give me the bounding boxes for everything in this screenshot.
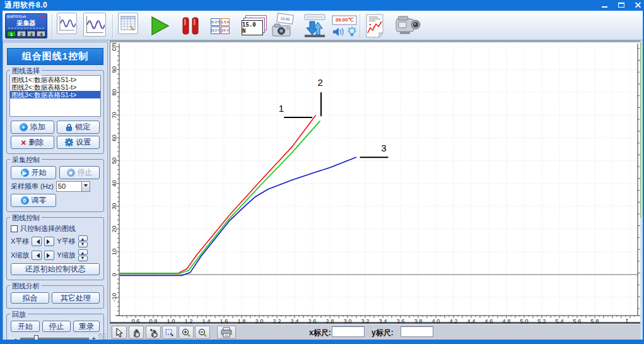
chart-toolbar: x标尺: y标尺: — [110, 324, 640, 340]
hand-icon — [131, 328, 141, 338]
window-bottom-border — [1, 340, 644, 344]
y-tick-label: -10 — [111, 293, 118, 302]
playback-stop-button[interactable]: 停止 — [42, 321, 71, 332]
acquisition-group: 采集控制 ▶ 开始 ■ 停止 采样频率 (Hz) 50 — [6, 159, 104, 212]
line-select-item[interactable]: 图线3<:数据表格S1-t> — [10, 91, 100, 98]
y-ruler-input[interactable] — [401, 326, 433, 337]
y-pan-down-button[interactable] — [78, 242, 88, 247]
only-selected-label: 只控制选择的图线 — [20, 224, 76, 234]
rect-zoom-tool-button[interactable] — [162, 326, 177, 339]
video-button[interactable] — [392, 13, 421, 39]
line-control-label: 图线控制 — [10, 213, 42, 223]
minimize-button[interactable] — [600, 1, 610, 9]
fit-button[interactable]: 拟合 — [11, 292, 49, 304]
line-select-item[interactable]: 图线2<:数据表格S1-t> — [10, 83, 100, 91]
start-acquisition-button[interactable] — [148, 13, 172, 39]
rect-select-icon — [165, 328, 175, 338]
annotation-label-2: 2 — [317, 77, 322, 88]
data-table-button[interactable] — [118, 13, 138, 34]
playback-start-button[interactable]: 开始 — [11, 321, 40, 332]
stop-circle-icon: ■ — [67, 169, 75, 177]
gear-icon — [65, 138, 73, 146]
delete-line-button[interactable]: × 删除 — [11, 136, 54, 149]
sample-rate-select[interactable]: 50 — [56, 181, 90, 192]
combined-chart[interactable]: 0.60.81.01.21.41.61.82.02.22.42.62.83.03… — [110, 42, 644, 322]
x-zoom-label: X缩放 — [11, 251, 29, 260]
y-zoom-label: Y缩放 — [57, 251, 75, 260]
display-output-button[interactable]: 39.00℃ — [331, 13, 358, 39]
collector-device-icon: 朗威®DISLab 采集器 1234 — [5, 13, 47, 39]
y-tick-label: 30 — [111, 203, 118, 210]
curve-2 — [120, 121, 320, 273]
y-pan-up-button[interactable] — [78, 235, 88, 241]
maximize-button[interactable] — [616, 1, 626, 9]
chart-panel: 0.60.81.01.21.41.61.82.02.22.42.62.83.03… — [110, 40, 640, 324]
io-control-button[interactable] — [302, 13, 327, 39]
meters-button[interactable]: 26.0℃ 1.5 A 15.0 N 26 V — [211, 13, 230, 39]
close-button[interactable] — [633, 1, 643, 9]
toolbar-separator — [52, 15, 54, 37]
collector-button[interactable]: 朗威®DISLab 采集器 1234 — [5, 13, 47, 39]
sample-rate-label: 采样频率 (Hz) — [11, 182, 54, 191]
lock-line-button[interactable]: 锁定 — [57, 121, 100, 134]
y-pan-label: Y平移 — [57, 237, 75, 246]
right-border-strip — [640, 42, 644, 218]
line-settings-button[interactable]: 设置 — [57, 136, 100, 149]
snapshot-value: 19.00 — [276, 13, 294, 24]
print-button[interactable] — [217, 326, 236, 339]
meter-current-value: 1.5 A — [221, 18, 230, 26]
move-tool-button[interactable] — [146, 326, 161, 339]
snapshot-button[interactable]: 19.00 — [271, 13, 298, 39]
y-tick-label: 10 — [111, 249, 118, 256]
y-tick-label: 50 — [111, 157, 118, 164]
meter-voltage-value: 26 V — [221, 27, 230, 34]
other-processing-button[interactable]: 其它处理 — [52, 292, 100, 304]
scope-display-button[interactable] — [57, 13, 77, 34]
meter-force-value: 15.0 N — [211, 27, 220, 34]
pause-icon — [180, 16, 201, 36]
pan-tool-button[interactable] — [129, 326, 144, 339]
line-select-group: 图线选择 图线1<:数据表格S1-t>图线2<:数据表格S1-t>图线3<:数据… — [6, 70, 104, 154]
y-zoom-out-button[interactable] — [78, 256, 88, 261]
x-pan-left-button[interactable] — [32, 237, 42, 246]
y-tick-label: 0 — [111, 273, 118, 276]
x-zoom-out-button[interactable] — [32, 251, 42, 260]
panel-title: 组合图线1控制 — [7, 48, 103, 65]
control-sidebar: 组合图线1控制 图线选择 图线1<:数据表格S1-t>图线2<:数据表格S1-t… — [3, 42, 108, 343]
scope-display2-button[interactable] — [83, 13, 106, 37]
zoom-in-tool-button[interactable] — [179, 326, 194, 339]
x-pan-right-button[interactable] — [44, 237, 54, 246]
pause-acquisition-button[interactable] — [179, 13, 202, 39]
play-circle-icon: ▶ — [21, 169, 29, 177]
acq-stop-button[interactable]: ■ 停止 — [59, 166, 100, 179]
window-title: 通用软件8.0 — [1, 0, 47, 11]
cursor-icon — [114, 328, 124, 338]
zoom-out-icon — [197, 328, 208, 338]
y-tick-label: 40 — [111, 180, 118, 187]
y-tick-label: 20 — [111, 226, 118, 233]
speaker-icon — [333, 28, 339, 36]
report-button[interactable] — [364, 13, 385, 39]
chevron-down-icon[interactable] — [81, 182, 90, 191]
line-select-list[interactable]: 图线1<:数据表格S1-t>图线2<:数据表格S1-t>图线3<:数据表格S1-… — [9, 75, 101, 117]
annotation-label-1: 1 — [279, 103, 284, 114]
zoom-out-tool-button[interactable] — [195, 326, 210, 339]
y-zoom-in-button[interactable] — [78, 249, 88, 255]
main-toolbar: 朗威®DISLab 采集器 1234 — [1, 11, 644, 40]
line-select-item[interactable]: 图线1<:数据表格S1-t> — [10, 76, 100, 83]
reset-view-button[interactable]: 还原初始控制状态 — [11, 263, 100, 275]
acq-start-button[interactable]: ▶ 开始 — [11, 166, 56, 179]
zero-button[interactable]: 0 调零 — [11, 194, 56, 207]
digital-meter-button[interactable]: 15.0 N — [240, 13, 267, 39]
only-selected-checkbox[interactable] — [11, 225, 18, 232]
playback-rerecord-button[interactable]: 重录 — [73, 321, 100, 332]
curve-3 — [120, 157, 356, 275]
sample-rate-value: 50 — [57, 182, 81, 191]
add-line-button[interactable]: + 添加 — [11, 121, 54, 134]
x-zoom-in-button[interactable] — [44, 251, 54, 260]
x-ruler-input[interactable] — [332, 326, 365, 337]
collector-port-3: 3 — [27, 31, 36, 37]
toolbar-separator — [360, 15, 361, 37]
select-tool-button[interactable] — [112, 326, 127, 339]
collector-brand: 朗威®DISLab — [7, 15, 26, 18]
